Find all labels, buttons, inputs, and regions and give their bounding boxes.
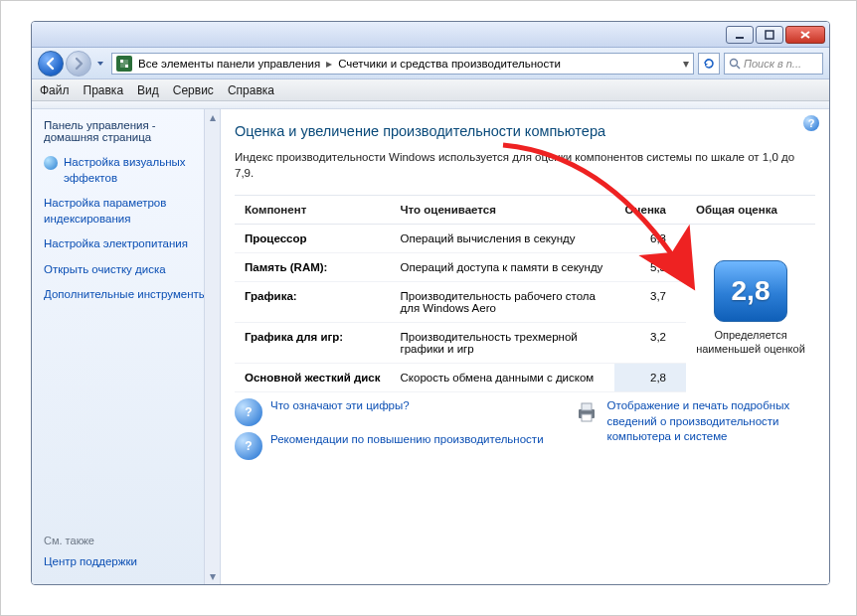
overall-score-note: Определяется наименьшей оценкой bbox=[696, 328, 805, 357]
search-placeholder: Поиск в п... bbox=[744, 58, 801, 70]
search-input[interactable]: Поиск в п... bbox=[724, 53, 823, 75]
menu-help[interactable]: Справка bbox=[228, 83, 274, 97]
component-score: 3,7 bbox=[614, 282, 686, 323]
menu-view[interactable]: Вид bbox=[137, 83, 159, 97]
sidebar-link-visual-effects[interactable]: Настройка визуальных эффектов bbox=[64, 155, 208, 186]
component-desc: Производительность рабочего стола для Wi… bbox=[391, 282, 615, 323]
nav-history-dropdown[interactable] bbox=[93, 60, 107, 68]
sidebar-scrollbar[interactable]: ▴ ▾ bbox=[204, 109, 220, 584]
help-icon[interactable]: ? bbox=[803, 115, 819, 131]
col-overall: Общая оценка bbox=[686, 196, 815, 225]
sidebar-link-support[interactable]: Центр поддержки bbox=[44, 554, 208, 570]
breadcrumb-dropdown-icon[interactable]: ▾ bbox=[683, 57, 689, 71]
overall-score-badge: 2,8 bbox=[714, 260, 787, 322]
component-score: 5,5 bbox=[614, 253, 686, 282]
svg-point-7 bbox=[731, 59, 738, 66]
component-desc: Скорость обмена данными с диском bbox=[391, 364, 615, 392]
shield-icon bbox=[44, 156, 58, 170]
svg-rect-11 bbox=[582, 414, 592, 421]
printer-icon bbox=[574, 398, 600, 426]
component-name: Графика: bbox=[235, 282, 391, 323]
scroll-down-icon[interactable]: ▾ bbox=[205, 568, 220, 584]
table-row: ПроцессорОпераций вычисления в секунду6,… bbox=[235, 225, 815, 253]
refresh-button[interactable] bbox=[698, 53, 720, 75]
svg-line-8 bbox=[737, 66, 740, 69]
component-score: 6,3 bbox=[614, 225, 686, 253]
control-panel-home-link[interactable]: Панель управления - домашняя страница bbox=[44, 119, 208, 143]
address-breadcrumb[interactable]: Все элементы панели управления ▸ Счетчик… bbox=[111, 53, 694, 75]
content-pane: ? Оценка и увеличение производительности… bbox=[221, 109, 829, 584]
component-desc: Операций вычисления в секунду bbox=[391, 225, 615, 253]
component-score: 3,2 bbox=[614, 323, 686, 364]
component-name: Основной жесткий диск bbox=[235, 364, 391, 392]
menu-edit[interactable]: Правка bbox=[84, 83, 124, 97]
sidebar-link-indexing[interactable]: Настройка параметров индексирования bbox=[44, 196, 208, 227]
menu-file[interactable]: Файл bbox=[40, 83, 70, 97]
toolbar-strip bbox=[32, 101, 829, 109]
sidebar-link-cleanup[interactable]: Открыть очистку диска bbox=[44, 262, 208, 278]
search-icon bbox=[729, 58, 741, 70]
component-score: 2,8 bbox=[614, 364, 686, 392]
chevron-down-icon bbox=[96, 60, 104, 68]
component-desc: Операций доступа к памяти в секунду bbox=[391, 253, 615, 282]
svg-rect-1 bbox=[766, 31, 773, 39]
sidebar: Панель управления - домашняя страница На… bbox=[32, 109, 221, 584]
navigation-bar: Все элементы панели управления ▸ Счетчик… bbox=[32, 48, 829, 79]
overall-score-cell: 2,8Определяется наименьшей оценкой bbox=[686, 225, 815, 392]
component-name: Процессор bbox=[235, 225, 391, 253]
col-score: Оценка bbox=[614, 196, 686, 225]
help-bubble-icon: ? bbox=[235, 398, 262, 426]
help-bubble-icon: ? bbox=[235, 432, 262, 460]
menu-bar: Файл Правка Вид Сервис Справка bbox=[32, 79, 829, 101]
forward-button[interactable] bbox=[66, 51, 91, 77]
component-desc: Производительность трехмерной графики и … bbox=[391, 323, 615, 364]
see-also-label: См. также bbox=[44, 535, 208, 546]
col-component: Компонент bbox=[235, 196, 391, 225]
breadcrumb-separator: ▸ bbox=[326, 57, 332, 71]
maximize-button[interactable] bbox=[756, 26, 783, 44]
link-what-numbers[interactable]: Что означают эти цифры? bbox=[270, 398, 410, 414]
page-subtitle: Индекс производительности Windows исполь… bbox=[235, 149, 815, 181]
svg-rect-10 bbox=[582, 403, 592, 410]
link-recommendations[interactable]: Рекомендации по повышению производительн… bbox=[270, 432, 544, 448]
scroll-up-icon[interactable]: ▴ bbox=[205, 109, 220, 125]
back-button[interactable] bbox=[38, 51, 64, 77]
sidebar-link-power[interactable]: Настройка электропитания bbox=[44, 236, 208, 252]
component-name: Память (RAM): bbox=[235, 253, 391, 282]
svg-rect-6 bbox=[125, 65, 128, 68]
control-panel-icon bbox=[116, 56, 132, 72]
window-titlebar bbox=[32, 22, 829, 48]
component-name: Графика для игр: bbox=[235, 323, 391, 364]
page-title: Оценка и увеличение производительности к… bbox=[235, 123, 815, 139]
breadcrumb-current[interactable]: Счетчики и средства производительности bbox=[338, 58, 561, 70]
sidebar-link-tools[interactable]: Дополнительные инструменты bbox=[44, 287, 208, 303]
minimize-button[interactable] bbox=[726, 26, 754, 44]
close-button[interactable] bbox=[785, 26, 825, 44]
link-print-details[interactable]: Отображение и печать подробных сведений … bbox=[607, 398, 802, 445]
svg-rect-5 bbox=[120, 60, 123, 63]
breadcrumb-root[interactable]: Все элементы панели управления bbox=[138, 58, 320, 70]
col-what: Что оценивается bbox=[391, 196, 615, 225]
menu-service[interactable]: Сервис bbox=[173, 83, 214, 97]
score-table: Компонент Что оценивается Оценка Общая о… bbox=[235, 196, 815, 392]
